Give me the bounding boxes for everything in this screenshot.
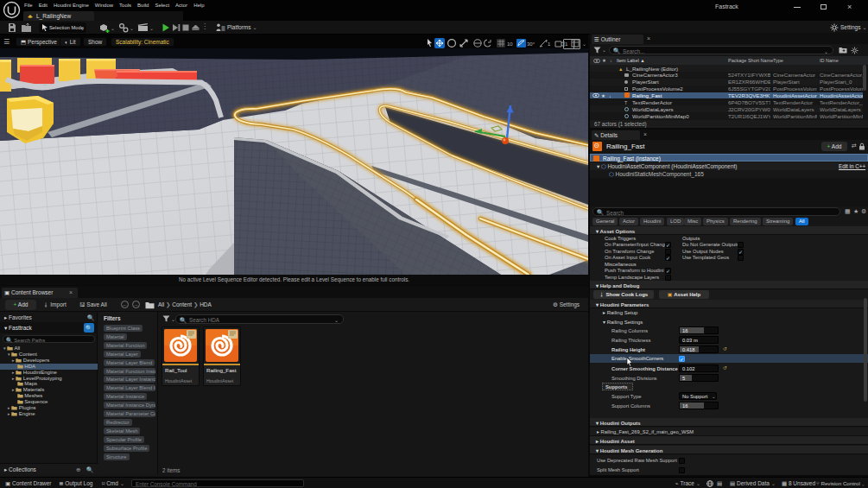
svg-text:1: 1 [548, 41, 551, 47]
svg-text:30°: 30° [527, 41, 535, 47]
svg-text:10: 10 [507, 41, 513, 47]
